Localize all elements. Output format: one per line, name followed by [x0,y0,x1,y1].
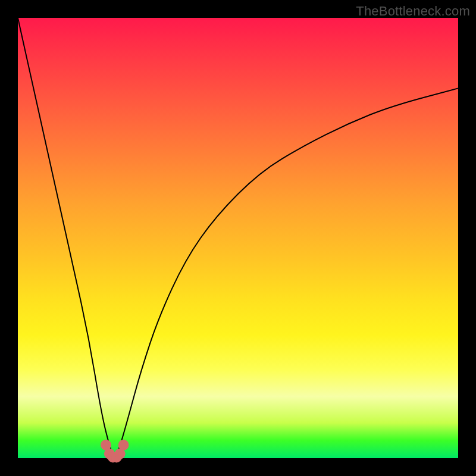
min-region-markers [101,440,129,463]
min-marker [118,440,129,450]
bottleneck-curve [18,18,458,456]
chart-frame [18,18,458,458]
watermark-text: TheBottleneck.com [356,4,470,19]
curve-layer [18,18,458,458]
